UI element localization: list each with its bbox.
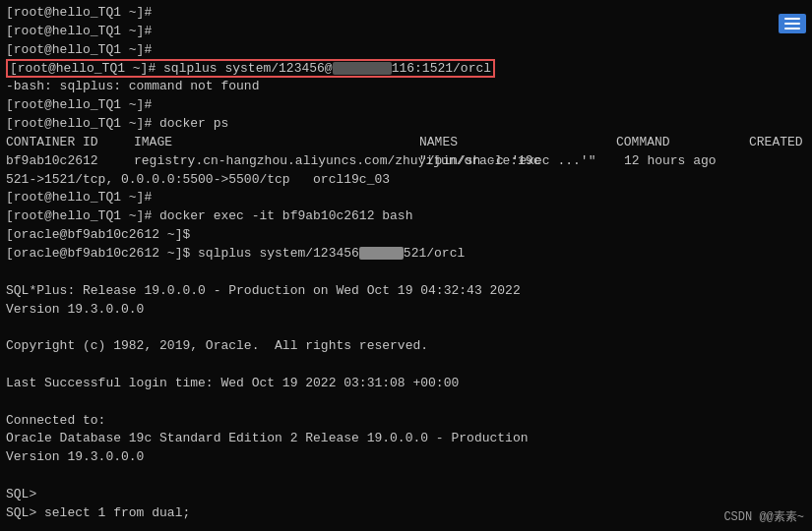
oracle-db-info: Oracle Database 19c Standard Edition 2 R… [6, 430, 806, 448]
blurred-ip-2 [359, 247, 404, 260]
docker-header: CONTAINER IDIMAGENAMESCOMMANDCREATED [6, 134, 806, 152]
line-prompt-after-docker: [root@hello_TQ1 ~]# [6, 189, 806, 207]
empty-3 [6, 356, 806, 375]
watermark: CSDN @@素素~ [723, 508, 804, 525]
last-login: Last Successful login time: Wed Oct 19 2… [6, 375, 806, 393]
empty-2 [6, 319, 806, 337]
line-bash-error: -bash: sqlplus: command not found [6, 78, 806, 96]
empty-4 [6, 393, 806, 412]
line-2: [root@hello_TQ1 ~]# [6, 23, 806, 41]
sqlplus-version: SQL*Plus: Release 19.0.0.0 - Production … [6, 282, 806, 301]
copyright: Copyright (c) 1982, 2019, Oracle. All ri… [6, 337, 806, 356]
line-5: [root@hello_TQ1 ~]# [6, 96, 806, 115]
line-docker-exec: [root@hello_TQ1 ~]# docker exec -it bf9a… [6, 207, 806, 226]
sql-prompt-1: SQL> [6, 486, 806, 504]
line-docker-ps-cmd: [root@hello_TQ1 ~]# docker ps [6, 115, 806, 134]
sqlplus-command: [root@hello_TQ1 ~]# sqlplus system/12345… [6, 59, 495, 78]
empty-1 [6, 264, 806, 282]
docker-row: bf9ab10c2612registry.cn-hangzhou.aliyunc… [6, 152, 806, 171]
line-oracle-sqlplus: [oracle@bf9ab10c2612 ~]$ sqlplus system/… [6, 245, 806, 264]
menu-icon[interactable] [779, 14, 806, 33]
sqlplus-ver-2: Version 19.3.0.0.0 [6, 301, 806, 320]
terminal-window: [root@hello_TQ1 ~]# [root@hello_TQ1 ~]# … [0, 0, 812, 531]
empty-6 [6, 523, 806, 531]
oracle-ver: Version 19.3.0.0.0 [6, 448, 806, 467]
sql-select: SQL> select 1 from dual; [6, 504, 806, 523]
blurred-ip-1 [333, 62, 392, 75]
line-oracle-prompt: [oracle@bf9ab10c2612 ~]$ [6, 226, 806, 245]
connected-to: Connected to: [6, 412, 806, 431]
line-3: [root@hello_TQ1 ~]# [6, 41, 806, 60]
line-1: [root@hello_TQ1 ~]# [6, 4, 806, 23]
empty-5 [6, 467, 806, 486]
line-sqlplus-highlight: [root@hello_TQ1 ~]# sqlplus system/12345… [6, 60, 806, 79]
docker-ports: 521->1521/tcp, 0.0.0.0:5500->5500/tcp or… [6, 171, 806, 190]
